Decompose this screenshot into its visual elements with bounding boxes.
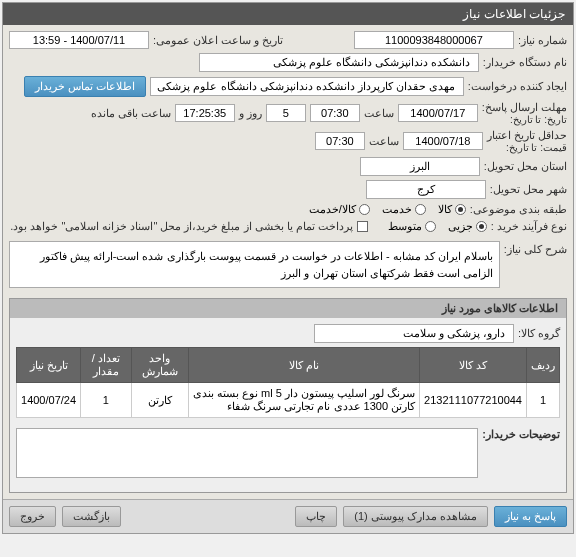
col-name: نام کالا (188, 348, 420, 383)
days-and-label: روز و (239, 107, 262, 120)
time-label-2: ساعت (369, 135, 399, 148)
radio-partial[interactable]: جزیی (448, 220, 487, 233)
contact-buyer-button[interactable]: اطلاعات تماس خریدار (24, 76, 146, 97)
items-panel: اطلاعات کالاهای مورد نیاز گروه کالا: دار… (9, 298, 567, 493)
items-table: ردیف کد کالا نام کالا واحد شمارش تعداد /… (16, 347, 560, 418)
countdown-suffix: ساعت باقی مانده (91, 107, 171, 120)
details-panel: جزئیات اطلاعات نیاز شماره نیاز: 11000938… (2, 2, 574, 534)
cell-date: 1400/07/24 (17, 383, 81, 418)
buyer-org-value: دانشکده دندانپزشکی دانشگاه علوم پزشکی (199, 53, 479, 72)
back-button[interactable]: بازگشت (62, 506, 121, 527)
announce-value: 1400/07/11 - 13:59 (9, 31, 149, 49)
requester-value: مهدی حقدان کارپرداز دانشکده دندانپزشکی د… (150, 77, 463, 96)
process-radio-group: جزیی متوسط (388, 220, 487, 233)
requester-label: ایجاد کننده درخواست: (468, 80, 567, 93)
validity-label: حداقل تاریخ اعتبار (487, 129, 567, 142)
footer-buttons: پاسخ به نیاز مشاهده مدارک پیوستی (1) چاپ… (3, 499, 573, 533)
items-header: اطلاعات کالاهای مورد نیاز (10, 299, 566, 318)
table-row[interactable]: 1 2132111077210044 سرنگ لور اسلیپ پیستون… (17, 383, 560, 418)
deadline-date: 1400/07/17 (398, 104, 478, 122)
province-value: البرز (360, 157, 480, 176)
deadline-label: مهلت ارسال پاسخ: (482, 101, 567, 114)
print-button[interactable]: چاپ (295, 506, 337, 527)
need-number-label: شماره نیاز: (518, 34, 567, 47)
buyer-notes-label: توضیحات خریدار: (482, 424, 560, 441)
radio-icon (455, 204, 466, 215)
deadline-time: 07:30 (310, 104, 360, 122)
radio-goods-service-label: کالا/خدمت (309, 203, 356, 216)
reply-button[interactable]: پاسخ به نیاز (494, 506, 567, 527)
radio-partial-label: جزیی (448, 220, 473, 233)
cell-code: 2132111077210044 (420, 383, 527, 418)
radio-goods[interactable]: کالا (438, 203, 466, 216)
group-value: دارو، پزشکی و سلامت (314, 324, 514, 343)
col-qty: تعداد / مقدار (81, 348, 132, 383)
col-row: ردیف (527, 348, 560, 383)
buyer-notes-box (16, 428, 478, 478)
col-code: کد کالا (420, 348, 527, 383)
validity-date: 1400/07/18 (403, 132, 483, 150)
validity-sub-label: قیمت: تا تاریخ: (487, 142, 567, 153)
process-label: نوع فرآیند خرید : (491, 220, 567, 233)
category-radio-group: کالا خدمت کالا/خدمت (309, 203, 466, 216)
announce-label: تاریخ و ساعت اعلان عمومی: (153, 34, 283, 47)
radio-icon (359, 204, 370, 215)
group-label: گروه کالا: (518, 327, 560, 340)
radio-goods-service[interactable]: کالا/خدمت (309, 203, 370, 216)
col-unit: واحد شمارش (131, 348, 188, 383)
radio-medium[interactable]: متوسط (388, 220, 436, 233)
radio-service[interactable]: خدمت (382, 203, 426, 216)
cell-idx: 1 (527, 383, 560, 418)
radio-icon (415, 204, 426, 215)
attachments-button[interactable]: مشاهده مدارک پیوستی (1) (343, 506, 488, 527)
radio-medium-label: متوسط (388, 220, 422, 233)
desc-text: باسلام ایران کد مشابه - اطلاعات در خواست… (9, 241, 500, 288)
cell-qty: 1 (81, 383, 132, 418)
desc-label: شرح کلی نیاز: (504, 237, 567, 256)
city-label: شهر محل تحویل: (490, 183, 567, 196)
radio-service-label: خدمت (382, 203, 412, 216)
radio-goods-label: کالا (438, 203, 452, 216)
exit-button[interactable]: خروج (9, 506, 56, 527)
cell-unit: کارتن (131, 383, 188, 418)
time-label-1: ساعت (364, 107, 394, 120)
validity-time: 07:30 (315, 132, 365, 150)
panel-title: جزئیات اطلاعات نیاز (3, 3, 573, 25)
category-label: طبقه بندی موضوعی: (470, 203, 567, 216)
radio-icon (425, 221, 436, 232)
radio-icon (476, 221, 487, 232)
payment-checkbox[interactable] (357, 221, 368, 232)
deadline-until-label: تاریخ: تا تاریخ: (482, 114, 567, 125)
col-date: تاریخ نیاز (17, 348, 81, 383)
city-value: کرج (366, 180, 486, 199)
days-count: 5 (266, 104, 306, 122)
panel-body: شماره نیاز: 1100093848000067 تاریخ و ساع… (3, 25, 573, 499)
province-label: استان محل تحویل: (484, 160, 567, 173)
need-number-value: 1100093848000067 (354, 31, 514, 49)
countdown: 17:25:35 (175, 104, 235, 122)
buyer-org-label: نام دستگاه خریدار: (483, 56, 567, 69)
cell-name: سرنگ لور اسلیپ پیستون دار ml 5 نوع بسته … (188, 383, 420, 418)
payment-note: پرداخت تمام یا بخشی از مبلغ خرید،از محل … (10, 220, 353, 233)
